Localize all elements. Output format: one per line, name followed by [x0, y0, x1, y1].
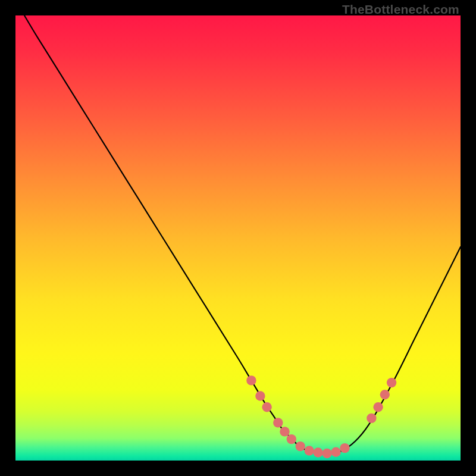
marker-group	[246, 375, 396, 458]
marker-dot	[313, 447, 322, 457]
marker-dot	[305, 446, 314, 455]
marker-dot	[296, 441, 305, 451]
bottleneck-curve	[24, 15, 461, 453]
marker-dot	[373, 402, 383, 412]
marker-dot	[262, 402, 271, 412]
marker-dot	[367, 414, 376, 423]
marker-dot	[280, 427, 289, 436]
marker-dot	[340, 443, 349, 453]
marker-dot	[380, 390, 390, 399]
marker-dot	[387, 378, 396, 387]
marker-dot	[255, 391, 265, 400]
marker-dot	[246, 375, 256, 385]
marker-dot	[287, 434, 296, 444]
marker-dot	[322, 449, 331, 458]
bottleneck-plot	[15, 15, 461, 461]
marker-dot	[331, 447, 340, 457]
watermark-text: TheBottleneck.com	[342, 2, 459, 17]
marker-dot	[273, 418, 283, 427]
